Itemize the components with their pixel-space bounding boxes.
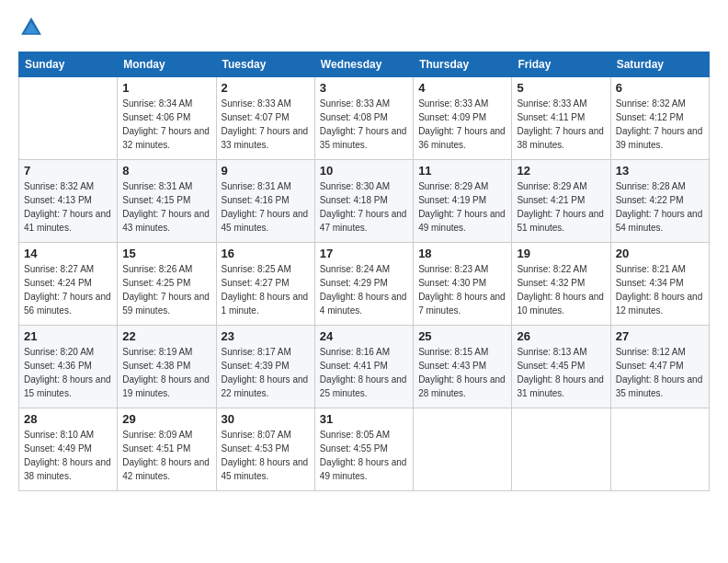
day-info: Sunrise: 8:05 AMSunset: 4:55 PMDaylight:…	[320, 428, 408, 483]
day-number: 21	[24, 329, 112, 343]
calendar-day-cell: 26Sunrise: 8:13 AMSunset: 4:45 PMDayligh…	[512, 326, 610, 408]
day-number: 4	[418, 81, 506, 95]
calendar-day-cell: 19Sunrise: 8:22 AMSunset: 4:32 PMDayligh…	[512, 243, 610, 326]
weekday-header-cell: Sunday	[19, 52, 118, 77]
day-number: 8	[122, 164, 210, 178]
calendar-week-row: 7Sunrise: 8:32 AMSunset: 4:13 PMDaylight…	[19, 160, 710, 243]
day-number: 6	[616, 81, 704, 95]
day-number: 27	[616, 329, 704, 343]
logo-icon	[18, 15, 44, 40]
day-number: 24	[320, 329, 408, 343]
day-number: 11	[418, 164, 506, 178]
day-number: 9	[222, 164, 310, 178]
calendar-day-cell: 25Sunrise: 8:15 AMSunset: 4:43 PMDayligh…	[414, 326, 512, 408]
calendar-day-cell: 24Sunrise: 8:16 AMSunset: 4:41 PMDayligh…	[314, 326, 413, 408]
day-number: 16	[222, 247, 310, 260]
calendar-body: 1Sunrise: 8:34 AMSunset: 4:06 PMDaylight…	[19, 77, 710, 491]
calendar: SundayMondayTuesdayWednesdayThursdayFrid…	[18, 52, 710, 491]
day-info: Sunrise: 8:29 AMSunset: 4:21 PMDaylight:…	[517, 179, 605, 235]
weekday-header-cell: Wednesday	[314, 52, 413, 77]
day-info: Sunrise: 8:32 AMSunset: 4:13 PMDaylight:…	[24, 179, 112, 235]
calendar-day-cell: 15Sunrise: 8:26 AMSunset: 4:25 PMDayligh…	[118, 243, 216, 326]
day-info: Sunrise: 8:29 AMSunset: 4:19 PMDaylight:…	[418, 179, 506, 235]
day-info: Sunrise: 8:10 AMSunset: 4:49 PMDaylight:…	[24, 428, 112, 483]
calendar-day-cell: 28Sunrise: 8:10 AMSunset: 4:49 PMDayligh…	[19, 408, 118, 491]
day-info: Sunrise: 8:34 AMSunset: 4:06 PMDaylight:…	[122, 97, 210, 152]
calendar-day-cell: 3Sunrise: 8:33 AMSunset: 4:08 PMDaylight…	[314, 77, 413, 160]
day-info: Sunrise: 8:24 AMSunset: 4:29 PMDaylight:…	[320, 262, 408, 317]
calendar-day-cell: 22Sunrise: 8:19 AMSunset: 4:38 PMDayligh…	[118, 326, 216, 408]
day-info: Sunrise: 8:19 AMSunset: 4:38 PMDaylight:…	[122, 345, 210, 400]
day-info: Sunrise: 8:31 AMSunset: 4:16 PMDaylight:…	[222, 179, 310, 235]
calendar-day-cell: 13Sunrise: 8:28 AMSunset: 4:22 PMDayligh…	[610, 160, 709, 243]
calendar-day-cell: 4Sunrise: 8:33 AMSunset: 4:09 PMDaylight…	[414, 77, 512, 160]
calendar-day-cell: 9Sunrise: 8:31 AMSunset: 4:16 PMDaylight…	[216, 160, 314, 243]
day-info: Sunrise: 8:32 AMSunset: 4:12 PMDaylight:…	[616, 97, 704, 152]
day-info: Sunrise: 8:28 AMSunset: 4:22 PMDaylight:…	[616, 179, 704, 235]
calendar-day-cell	[512, 408, 610, 491]
day-number: 13	[616, 164, 704, 178]
calendar-day-cell: 23Sunrise: 8:17 AMSunset: 4:39 PMDayligh…	[216, 326, 314, 408]
calendar-day-cell: 6Sunrise: 8:32 AMSunset: 4:12 PMDaylight…	[610, 77, 709, 160]
calendar-day-cell	[610, 408, 709, 491]
calendar-day-cell: 5Sunrise: 8:33 AMSunset: 4:11 PMDaylight…	[512, 77, 610, 160]
day-number: 15	[122, 247, 210, 260]
day-info: Sunrise: 8:33 AMSunset: 4:07 PMDaylight:…	[222, 97, 310, 152]
weekday-header-cell: Saturday	[610, 52, 709, 77]
day-number: 14	[24, 247, 112, 260]
day-number: 17	[320, 247, 408, 260]
day-number: 20	[616, 247, 704, 260]
day-number: 3	[320, 81, 408, 95]
day-info: Sunrise: 8:23 AMSunset: 4:30 PMDaylight:…	[418, 262, 506, 317]
weekday-header-cell: Friday	[512, 52, 610, 77]
day-number: 29	[122, 412, 210, 426]
calendar-week-row: 14Sunrise: 8:27 AMSunset: 4:24 PMDayligh…	[19, 243, 710, 326]
day-info: Sunrise: 8:31 AMSunset: 4:15 PMDaylight:…	[122, 179, 210, 235]
day-info: Sunrise: 8:16 AMSunset: 4:41 PMDaylight:…	[320, 345, 408, 400]
calendar-day-cell: 8Sunrise: 8:31 AMSunset: 4:15 PMDaylight…	[118, 160, 216, 243]
day-info: Sunrise: 8:25 AMSunset: 4:27 PMDaylight:…	[222, 262, 310, 317]
day-info: Sunrise: 8:17 AMSunset: 4:39 PMDaylight:…	[222, 345, 310, 400]
calendar-day-cell: 17Sunrise: 8:24 AMSunset: 4:29 PMDayligh…	[314, 243, 413, 326]
day-number: 26	[517, 329, 605, 343]
day-info: Sunrise: 8:26 AMSunset: 4:25 PMDaylight:…	[122, 262, 210, 317]
calendar-day-cell: 27Sunrise: 8:12 AMSunset: 4:47 PMDayligh…	[610, 326, 709, 408]
day-info: Sunrise: 8:13 AMSunset: 4:45 PMDaylight:…	[517, 345, 605, 400]
day-info: Sunrise: 8:33 AMSunset: 4:08 PMDaylight:…	[320, 97, 408, 152]
calendar-day-cell: 12Sunrise: 8:29 AMSunset: 4:21 PMDayligh…	[512, 160, 610, 243]
calendar-day-cell	[19, 77, 118, 160]
day-info: Sunrise: 8:20 AMSunset: 4:36 PMDaylight:…	[24, 345, 112, 400]
calendar-day-cell: 18Sunrise: 8:23 AMSunset: 4:30 PMDayligh…	[414, 243, 512, 326]
day-info: Sunrise: 8:12 AMSunset: 4:47 PMDaylight:…	[616, 345, 704, 400]
day-number: 10	[320, 164, 408, 178]
calendar-day-cell: 29Sunrise: 8:09 AMSunset: 4:51 PMDayligh…	[118, 408, 216, 491]
calendar-day-cell: 21Sunrise: 8:20 AMSunset: 4:36 PMDayligh…	[19, 326, 118, 408]
day-info: Sunrise: 8:21 AMSunset: 4:34 PMDaylight:…	[616, 262, 704, 317]
calendar-day-cell: 2Sunrise: 8:33 AMSunset: 4:07 PMDaylight…	[216, 77, 314, 160]
day-number: 25	[418, 329, 506, 343]
calendar-day-cell: 20Sunrise: 8:21 AMSunset: 4:34 PMDayligh…	[610, 243, 709, 326]
day-number: 28	[24, 412, 112, 426]
day-number: 18	[418, 247, 506, 260]
weekday-header-row: SundayMondayTuesdayWednesdayThursdayFrid…	[19, 52, 710, 77]
day-number: 7	[24, 164, 112, 178]
day-number: 19	[517, 247, 605, 260]
day-number: 2	[222, 81, 310, 95]
day-number: 12	[517, 164, 605, 178]
calendar-day-cell: 7Sunrise: 8:32 AMSunset: 4:13 PMDaylight…	[19, 160, 118, 243]
calendar-day-cell: 14Sunrise: 8:27 AMSunset: 4:24 PMDayligh…	[19, 243, 118, 326]
calendar-week-row: 1Sunrise: 8:34 AMSunset: 4:06 PMDaylight…	[19, 77, 710, 160]
day-info: Sunrise: 8:22 AMSunset: 4:32 PMDaylight:…	[517, 262, 605, 317]
calendar-day-cell: 11Sunrise: 8:29 AMSunset: 4:19 PMDayligh…	[414, 160, 512, 243]
weekday-header-cell: Monday	[118, 52, 216, 77]
day-info: Sunrise: 8:15 AMSunset: 4:43 PMDaylight:…	[418, 345, 506, 400]
page-header	[18, 15, 710, 40]
day-number: 1	[122, 81, 210, 95]
day-info: Sunrise: 8:07 AMSunset: 4:53 PMDaylight:…	[222, 428, 310, 483]
logo	[18, 15, 46, 40]
day-number: 22	[122, 329, 210, 343]
calendar-day-cell: 1Sunrise: 8:34 AMSunset: 4:06 PMDaylight…	[118, 77, 216, 160]
calendar-day-cell	[414, 408, 512, 491]
calendar-day-cell: 16Sunrise: 8:25 AMSunset: 4:27 PMDayligh…	[216, 243, 314, 326]
calendar-week-row: 21Sunrise: 8:20 AMSunset: 4:36 PMDayligh…	[19, 326, 710, 408]
